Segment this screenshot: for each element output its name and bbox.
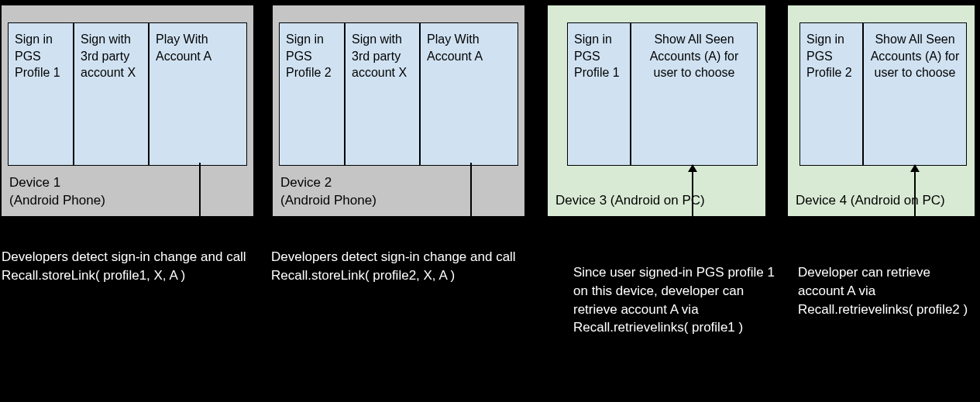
device-2-cell-3: Play With Account A [420,22,518,166]
device-1: Sign in PGS Profile 1 Sign with 3rd part… [0,4,255,218]
device-4-row: Sign in PGS Profile 2 Show All Seen Acco… [799,22,967,166]
device-2-cell-1: Sign in PGS Profile 2 [279,22,345,166]
arrow-2-head [466,239,476,246]
device-4: Sign in PGS Profile 2 Show All Seen Acco… [786,4,976,218]
device-2-row: Sign in PGS Profile 2 Sign with 3rd part… [279,22,518,166]
device-1-cell-3: Play With Account A [149,22,247,166]
device-1-row: Sign in PGS Profile 1 Sign with 3rd part… [8,22,247,166]
device-3-cell-2-text: Show All Seen Accounts (A) for user to c… [638,31,751,81]
device-3-label: Device 3 (Android on PC) [555,192,705,210]
device-1-cell-1: Sign in PGS Profile 1 [8,22,74,166]
arrow-4 [914,170,916,259]
caption-1: Developers detect sign-in change and cal… [2,248,257,285]
device-2-cell-2: Sign with 3rd party account X [345,22,420,166]
diagram-canvas: Sign in PGS Profile 1 Sign with 3rd part… [0,0,980,402]
arrow-2 [470,163,472,240]
caption-4: Developer can retrieve account A via Rec… [798,263,972,318]
arrow-3-head [688,164,697,172]
arrow-1-head [195,239,205,246]
arrow-1 [199,163,201,240]
arrow-4-head [910,164,920,172]
device-2: Sign in PGS Profile 2 Sign with 3rd part… [271,4,526,218]
device-1-label: Device 1(Android Phone) [9,174,105,210]
device-4-cell-2: Show All Seen Accounts (A) for user to c… [863,22,967,166]
device-3-cell-1: Sign in PGS Profile 1 [567,22,631,166]
device-3-row: Sign in PGS Profile 1 Show All Seen Acco… [567,22,758,166]
device-3-cell-2: Show All Seen Accounts (A) for user to c… [631,22,758,166]
device-4-label: Device 4 (Android on PC) [796,192,945,210]
caption-3: Since user signed-in PGS profile 1 on th… [573,263,775,337]
device-2-label: Device 2(Android Phone) [280,174,377,210]
device-4-cell-1: Sign in PGS Profile 2 [799,22,863,166]
arrow-3 [692,170,693,259]
device-4-cell-2-text: Show All Seen Accounts (A) for user to c… [870,31,960,81]
device-1-cell-2: Sign with 3rd party account X [74,22,149,166]
device-3: Sign in PGS Profile 1 Show All Seen Acco… [546,4,767,218]
caption-2: Developers detect sign-in change and cal… [271,248,535,285]
